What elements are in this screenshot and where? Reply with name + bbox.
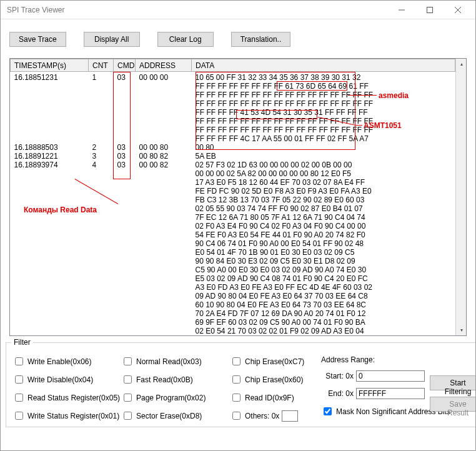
- table-row[interactable]: FF FF FF FF FF FF FF FF FF FF FF FF FF F…: [11, 99, 455, 108]
- clear-log-button[interactable]: Clear Log: [157, 32, 214, 47]
- chk-page-program[interactable]: Page Program(0x02): [121, 392, 226, 404]
- table-row[interactable]: FF FF FF FF FF FF FF FF FF FF FF FF FF F…: [11, 126, 455, 134]
- chk-normal-read[interactable]: Normal Read(0x03): [121, 355, 226, 367]
- col-data[interactable]: DATA: [192, 59, 455, 72]
- cell-cnt: [89, 265, 114, 274]
- chk-write-status[interactable]: Write Status Register(0x01): [12, 410, 117, 422]
- cell-addr: [136, 187, 192, 196]
- save-result-button[interactable]: Save Result: [430, 397, 476, 412]
- cell-ts: [11, 82, 89, 91]
- table-row[interactable]: 17 A3 E0 F5 18 12 60 44 EF 70 03 02 07 8…: [11, 178, 455, 187]
- cell-cmd: [114, 248, 136, 257]
- table-row[interactable]: FF FF FF FF 41 53 4D 54 31 30 35 31 FF F…: [11, 108, 455, 117]
- cell-cnt: [89, 309, 114, 318]
- cell-ts: [11, 99, 89, 108]
- cell-cmd: [114, 196, 136, 204]
- cell-cmd: [114, 169, 136, 178]
- cell-ts: [11, 196, 89, 204]
- translation-button[interactable]: Translation..: [231, 32, 291, 47]
- table-row[interactable]: 00 00 00 02 5A 82 00 00 00 00 00 80 12 E…: [11, 169, 455, 178]
- cell-cmd: [114, 117, 136, 126]
- table-row[interactable]: FF FF FF FF FF FF FF FF FF FF FF FF FF F…: [11, 91, 455, 99]
- cell-data: FF FF FF FF FF FF FF FF FF FF FF FF FF F…: [192, 91, 455, 99]
- vertical-scrollbar[interactable]: ▴ ▾: [455, 59, 466, 335]
- table-row[interactable]: FF FF FF FF FF FF FF FF 61 73 6D 65 64 6…: [11, 82, 455, 91]
- start-filtering-button[interactable]: Start Filtering: [430, 375, 476, 390]
- cell-cnt: [89, 204, 114, 213]
- col-cmd[interactable]: CMD: [114, 59, 136, 72]
- table-row[interactable]: 16.1888850320300 00 8000 80: [11, 143, 455, 152]
- maximize-button[interactable]: [415, 1, 444, 19]
- table-row[interactable]: 16.1889397440300 00 8202 57 F3 02 1D 63 …: [11, 161, 455, 169]
- cell-addr: [136, 327, 192, 335]
- table-row[interactable]: 02 F0 A3 E4 F0 90 C4 02 F0 A3 04 F0 90 C…: [11, 222, 455, 230]
- table-row[interactable]: 02 E0 54 21 70 03 02 02 01 F9 02 09 AD A…: [11, 327, 455, 335]
- chk-chip-erase-60[interactable]: Chip Erase(0x60): [230, 374, 317, 385]
- col-address[interactable]: ADDRESS: [136, 59, 192, 72]
- cell-ts: [11, 108, 89, 117]
- table-row[interactable]: FF FF FF FF 4C 17 AA 55 00 01 FF FF 02 F…: [11, 134, 455, 143]
- cell-ts: [11, 134, 89, 143]
- chk-fast-read[interactable]: Fast Read(0x0B): [121, 374, 226, 385]
- cell-ts: [11, 204, 89, 213]
- chk-others[interactable]: Others: 0x: [230, 410, 279, 422]
- table-row[interactable]: E0 54 01 4F 70 1B 90 01 E0 30 E0 03 02 0…: [11, 248, 455, 257]
- table-row[interactable]: 54 FE F0 A3 E0 54 FE 44 01 F0 90 A0 20 7…: [11, 230, 455, 239]
- table-row[interactable]: A3 E0 FD A3 E0 FE A3 E0 FF EC 4D 4E 4F 6…: [11, 283, 455, 292]
- cell-cnt: [89, 178, 114, 187]
- table-row[interactable]: 16.1885123110300 00 0010 65 00 FF 31 32 …: [11, 72, 455, 82]
- cell-cnt: [89, 134, 114, 143]
- others-input[interactable]: [282, 410, 298, 422]
- cell-cmd: 03: [114, 152, 136, 161]
- cell-cmd: [114, 213, 136, 222]
- cell-ts: [11, 327, 89, 335]
- table-row[interactable]: 60 10 90 80 04 E0 FE A3 E0 64 73 70 03 E…: [11, 300, 455, 309]
- cell-cnt: [89, 108, 114, 117]
- scroll-down-icon[interactable]: ▾: [456, 325, 467, 335]
- cell-data: 09 AD 90 80 04 E0 FE A3 E0 64 37 70 03 E…: [192, 292, 455, 300]
- cell-cnt: [89, 213, 114, 222]
- col-timestamp[interactable]: TIMESTAMP(s): [11, 59, 89, 72]
- cell-data: 90 C4 06 74 01 F0 90 A0 00 E0 54 01 FF 9…: [192, 239, 455, 248]
- table-row[interactable]: 90 C4 06 74 01 F0 90 A0 00 E0 54 01 FF 9…: [11, 239, 455, 248]
- end-input[interactable]: [356, 388, 425, 399]
- chk-mask[interactable]: Mask Non Significant Address Bits: [321, 405, 426, 417]
- close-button[interactable]: [444, 1, 472, 19]
- table-row[interactable]: FF FF FF FF FF FF FF FF FF FF FF FF FF F…: [11, 117, 455, 126]
- table-row[interactable]: 69 9F EF 60 03 02 09 C5 90 A0 00 74 01 F…: [11, 318, 455, 327]
- cell-cmd: [114, 274, 136, 283]
- chk-sector-erase[interactable]: Sector Erase(0xD8): [121, 410, 226, 422]
- cell-cmd: 03: [114, 143, 136, 152]
- chk-write-disable[interactable]: Write Disable(0x04): [12, 374, 117, 385]
- cell-cnt: [89, 196, 114, 204]
- table-row[interactable]: 16.1889122130300 80 825A EB: [11, 152, 455, 161]
- chk-read-id[interactable]: Read ID(0x9F): [230, 392, 317, 404]
- col-cnt[interactable]: CNT: [89, 59, 114, 72]
- save-trace-button[interactable]: Save Trace: [9, 32, 66, 47]
- cell-addr: [136, 222, 192, 230]
- table-row[interactable]: FE FD FC 90 02 5D E0 F8 A3 E0 F9 A3 E0 F…: [11, 187, 455, 196]
- cell-ts: [11, 265, 89, 274]
- table-row[interactable]: 7F EC 12 6A 71 80 05 7F A1 12 6A 71 90 C…: [11, 213, 455, 222]
- chk-write-enable[interactable]: Write Enable(0x06): [12, 355, 117, 367]
- cell-data: FF FF FF FF FF FF FF FF FF FF FF FF FF F…: [192, 99, 455, 108]
- table-row[interactable]: 09 AD 90 80 04 E0 FE A3 E0 64 37 70 03 E…: [11, 292, 455, 300]
- table-row[interactable]: C5 90 A0 00 E0 30 E0 03 02 09 AD 90 A0 7…: [11, 265, 455, 274]
- table-row[interactable]: FB C3 12 3B 13 70 03 7F 05 22 90 02 89 E…: [11, 196, 455, 204]
- chk-chip-erase-c7[interactable]: Chip Erase(0xC7): [230, 355, 317, 367]
- cell-cnt: [89, 327, 114, 335]
- cell-cnt: 4: [89, 161, 114, 169]
- cell-cnt: [89, 117, 114, 126]
- table-row[interactable]: 70 2A E4 FD 7F 07 12 69 DA 90 A0 20 74 0…: [11, 309, 455, 318]
- cell-cnt: [89, 300, 114, 309]
- minimize-button[interactable]: [387, 1, 415, 19]
- start-input[interactable]: [356, 370, 425, 382]
- cell-cmd: [114, 239, 136, 248]
- scroll-up-icon[interactable]: ▴: [456, 59, 467, 69]
- cell-cnt: [89, 187, 114, 196]
- table-row[interactable]: 02 05 55 90 03 74 74 FF F0 90 02 87 E0 B…: [11, 204, 455, 213]
- table-row[interactable]: E5 03 02 09 AD 90 C4 08 74 01 F0 90 C4 2…: [11, 274, 455, 283]
- chk-read-status[interactable]: Read Status Register(0x05): [12, 392, 117, 404]
- table-row[interactable]: 90 90 84 E0 30 E3 02 09 C5 E0 30 E1 D8 0…: [11, 257, 455, 265]
- display-all-button[interactable]: Display All: [84, 32, 140, 47]
